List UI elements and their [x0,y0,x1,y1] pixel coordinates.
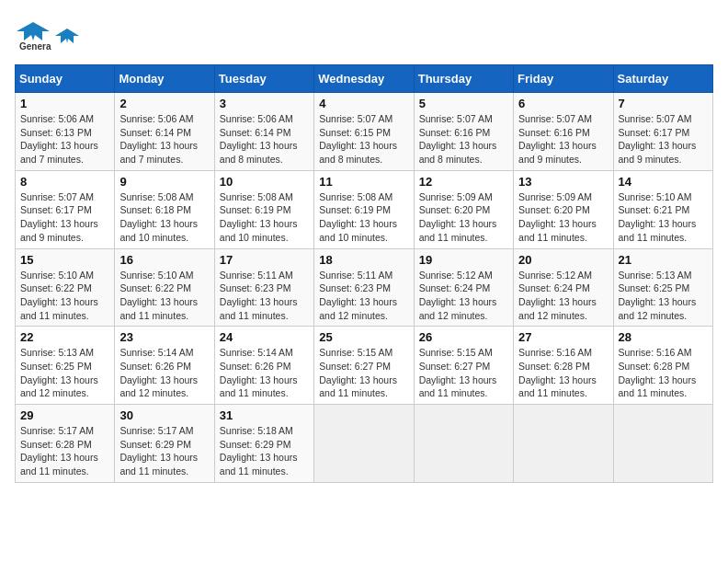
calendar-header-row: SundayMondayTuesdayWednesdayThursdayFrid… [16,65,713,93]
sunset-label: Sunset: 6:29 PM [119,439,191,450]
day-number: 10 [220,175,309,189]
day-number: 14 [619,175,708,189]
sunrise-label: Sunrise: 5:08 AM [220,191,293,202]
sunset-label: Sunset: 6:28 PM [619,361,690,372]
logo-bird-icon [53,27,81,47]
sunrise-label: Sunrise: 5:07 AM [319,113,392,124]
day-info: Sunrise: 5:13 AM Sunset: 6:25 PM Dayligh… [619,269,708,323]
sunset-label: Sunset: 6:14 PM [119,127,191,138]
day-info: Sunrise: 5:14 AM Sunset: 6:26 PM Dayligh… [119,346,209,400]
day-info: Sunrise: 5:15 AM Sunset: 6:27 PM Dayligh… [419,346,508,400]
day-number: 9 [119,175,209,189]
calendar-cell: 23 Sunrise: 5:14 AM Sunset: 6:26 PM Dayl… [115,327,214,405]
sunrise-label: Sunrise: 5:06 AM [220,113,293,124]
sunrise-label: Sunrise: 5:07 AM [518,113,592,124]
daylight-label: Daylight: 13 hours and 10 minutes. [220,218,298,243]
calendar-cell: 15 Sunrise: 5:10 AM Sunset: 6:22 PM Dayl… [16,248,115,327]
sunrise-label: Sunrise: 5:07 AM [20,191,94,202]
sunset-label: Sunset: 6:16 PM [518,127,590,138]
sunset-label: Sunset: 6:13 PM [20,127,92,138]
calendar-cell: 24 Sunrise: 5:14 AM Sunset: 6:26 PM Dayl… [214,327,313,405]
sunrise-label: Sunrise: 5:09 AM [518,191,592,202]
day-number: 29 [20,408,109,422]
day-number: 6 [518,97,608,110]
day-number: 25 [319,330,408,344]
day-number: 28 [619,330,708,344]
day-info: Sunrise: 5:13 AM Sunset: 6:25 PM Dayligh… [20,346,109,400]
sunset-label: Sunset: 6:29 PM [220,439,291,450]
calendar-cell: 22 Sunrise: 5:13 AM Sunset: 6:25 PM Dayl… [16,327,115,405]
day-info: Sunrise: 5:12 AM Sunset: 6:24 PM Dayligh… [419,269,508,323]
sunset-label: Sunset: 6:24 PM [518,282,590,293]
svg-text:General: General [19,41,51,52]
daylight-label: Daylight: 13 hours and 11 minutes. [619,218,697,243]
calendar-header-friday: Friday [514,65,613,93]
daylight-label: Daylight: 13 hours and 9 minutes. [518,140,597,165]
daylight-label: Daylight: 13 hours and 11 minutes. [419,374,497,399]
calendar-cell: 9 Sunrise: 5:08 AM Sunset: 6:18 PM Dayli… [115,170,214,248]
day-info: Sunrise: 5:17 AM Sunset: 6:28 PM Dayligh… [20,424,109,478]
sunset-label: Sunset: 6:25 PM [20,361,92,372]
sunrise-label: Sunrise: 5:08 AM [119,191,193,202]
daylight-label: Daylight: 13 hours and 11 minutes. [619,374,697,399]
daylight-label: Daylight: 13 hours and 7 minutes. [20,140,98,165]
daylight-label: Daylight: 13 hours and 11 minutes. [319,374,397,399]
sunset-label: Sunset: 6:25 PM [619,282,690,293]
calendar-cell: 3 Sunrise: 5:06 AM Sunset: 6:14 PM Dayli… [214,93,313,171]
daylight-label: Daylight: 13 hours and 11 minutes. [20,452,98,477]
calendar-header-saturday: Saturday [613,65,712,93]
calendar-cell [314,405,414,483]
daylight-label: Daylight: 13 hours and 10 minutes. [119,218,198,243]
daylight-label: Daylight: 13 hours and 8 minutes. [319,140,397,165]
sunset-label: Sunset: 6:20 PM [419,204,491,215]
sunset-label: Sunset: 6:23 PM [220,282,291,293]
day-info: Sunrise: 5:15 AM Sunset: 6:27 PM Dayligh… [319,346,408,400]
sunset-label: Sunset: 6:26 PM [119,361,191,372]
day-number: 2 [119,97,209,110]
daylight-label: Daylight: 13 hours and 11 minutes. [119,452,198,477]
day-info: Sunrise: 5:16 AM Sunset: 6:28 PM Dayligh… [619,346,708,400]
calendar-cell [514,405,613,483]
calendar-cell: 4 Sunrise: 5:07 AM Sunset: 6:15 PM Dayli… [314,93,414,171]
day-number: 26 [419,330,508,344]
sunrise-label: Sunrise: 5:07 AM [419,113,493,124]
calendar-cell: 10 Sunrise: 5:08 AM Sunset: 6:19 PM Dayl… [214,170,313,248]
calendar-cell: 6 Sunrise: 5:07 AM Sunset: 6:16 PM Dayli… [514,93,613,171]
sunset-label: Sunset: 6:15 PM [319,127,391,138]
day-number: 5 [419,97,508,110]
day-number: 18 [319,253,408,267]
daylight-label: Daylight: 13 hours and 11 minutes. [20,296,98,321]
sunrise-label: Sunrise: 5:18 AM [220,425,293,436]
sunrise-label: Sunrise: 5:14 AM [119,347,193,358]
daylight-label: Daylight: 13 hours and 11 minutes. [518,218,597,243]
sunrise-label: Sunrise: 5:11 AM [319,270,392,281]
day-number: 13 [518,175,608,189]
day-info: Sunrise: 5:18 AM Sunset: 6:29 PM Dayligh… [220,424,309,478]
calendar-header-wednesday: Wednesday [314,65,414,93]
sunset-label: Sunset: 6:17 PM [619,127,690,138]
day-number: 4 [319,97,408,110]
calendar-header-monday: Monday [115,65,214,93]
daylight-label: Daylight: 13 hours and 11 minutes. [220,374,298,399]
day-number: 19 [419,253,508,267]
daylight-label: Daylight: 13 hours and 12 minutes. [119,374,198,399]
calendar-cell [414,405,513,483]
day-info: Sunrise: 5:08 AM Sunset: 6:19 PM Dayligh… [220,190,309,245]
daylight-label: Daylight: 13 hours and 9 minutes. [20,218,98,243]
sunrise-label: Sunrise: 5:06 AM [20,113,94,124]
day-info: Sunrise: 5:06 AM Sunset: 6:13 PM Dayligh… [20,112,109,167]
sunrise-label: Sunrise: 5:12 AM [518,270,592,281]
day-info: Sunrise: 5:06 AM Sunset: 6:14 PM Dayligh… [119,112,209,167]
sunset-label: Sunset: 6:28 PM [518,361,590,372]
day-number: 31 [220,408,309,422]
sunrise-label: Sunrise: 5:15 AM [319,347,392,358]
sunrise-label: Sunrise: 5:12 AM [419,270,493,281]
day-info: Sunrise: 5:08 AM Sunset: 6:18 PM Dayligh… [119,190,209,245]
sunrise-label: Sunrise: 5:16 AM [619,347,692,358]
day-info: Sunrise: 5:07 AM Sunset: 6:17 PM Dayligh… [619,112,708,167]
day-number: 20 [518,253,608,267]
day-number: 17 [220,253,309,267]
day-info: Sunrise: 5:09 AM Sunset: 6:20 PM Dayligh… [518,190,608,245]
day-info: Sunrise: 5:14 AM Sunset: 6:26 PM Dayligh… [220,346,309,400]
header: General [15,15,713,55]
